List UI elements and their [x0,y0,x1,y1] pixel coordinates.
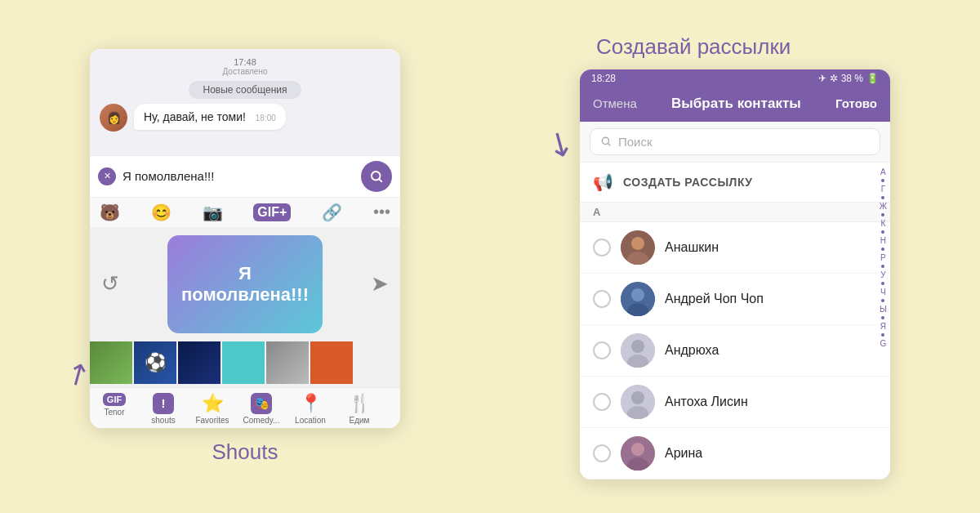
chat-area: 17:48 Доставлено Новые сообщения 👩 Ну, д… [90,49,400,155]
done-button[interactable]: Готово [835,96,877,110]
thumb-1[interactable] [90,341,132,384]
message-text: Ну, давай, не томи! [144,110,246,123]
svg-point-17 [631,443,644,456]
checkbox-4[interactable] [593,393,611,411]
tab-tenor[interactable]: GIF Tenor [90,393,139,425]
avatar: 👩 [100,104,127,132]
tab-shouts[interactable]: ! shouts [139,393,188,425]
search-input[interactable]: Поиск [590,128,880,155]
comedy-icon: 🎭 [251,393,272,414]
camera-icon[interactable]: 📷 [203,203,223,222]
sticker-text: Я помолвлена!!! [167,255,323,314]
status-icons: ✈ ✲ 38 % 🔋 [818,73,879,84]
food-icon: 🍴 [349,393,371,414]
message-bubble: Ну, давай, не томи! 18:00 [134,104,286,130]
message-input[interactable]: Я помолвлена!!! [122,169,354,183]
contacts-list: 📢 СОЗДАТЬ РАССЫЛКУ А Анашкин Андрей Чоп … [580,163,890,480]
thumb-2[interactable]: ⚽ [134,341,176,384]
phone-left: 17:48 Доставлено Новые сообщения 👩 Ну, д… [90,49,400,428]
contact-row[interactable]: Андрюха [580,325,890,377]
favorites-icon: ⭐ [202,393,224,414]
broadcast-label: СОЗДАТЬ РАССЫЛКУ [623,176,753,189]
status-time: 18:28 [591,73,616,84]
search-button[interactable] [361,161,392,192]
arrow-right: ↘ [540,119,582,166]
link-icon[interactable]: 🔗 [322,203,342,222]
gif-icon[interactable]: GIF+ [253,203,291,221]
send-icon[interactable]: ➤ [371,271,389,297]
delivered-label: Доставлено [100,67,390,76]
status-bar: 18:28 ✈ ✲ 38 % 🔋 [580,69,890,87]
thumb-3[interactable] [178,341,220,384]
phone-right: 18:28 ✈ ✲ 38 % 🔋 Отмена Выбрать контакты… [580,69,890,480]
edim-label: Едим [350,416,370,425]
svg-point-2 [602,137,608,144]
search-icon [600,136,612,147]
broadcast-row[interactable]: 📢 СОЗДАТЬ РАССЫЛКУ [580,163,890,203]
contact-row[interactable]: Арина [580,428,890,480]
location-label: Location [295,416,326,425]
bear-icon[interactable]: 🐻 [100,203,120,222]
svg-line-1 [379,179,381,181]
emoji-bar: 🐻 😊 📷 GIF+ 🔗 ••• [90,197,400,227]
checkbox-2[interactable] [593,290,611,308]
avatar-2 [621,282,655,316]
face-icon[interactable]: 😊 [151,203,172,222]
sticker-tabs: GIF Tenor ! shouts ⭐ Favorites 🎭 Comedy.… [90,387,400,428]
contact-name-4: Антоха Лисин [665,395,748,409]
contact-row[interactable]: Анашкин [580,222,890,274]
input-area: ✕ Я помолвлена!!! [90,155,400,197]
right-section: Создавай рассылки ↘ 18:28 ✈ ✲ 38 % 🔋 Отм… [580,34,890,480]
left-caption: Shouts [212,439,278,465]
tab-edim[interactable]: 🍴 Едим [335,393,384,425]
sticker-card: Я помолвлена!!! [167,235,323,333]
avatar-3 [621,333,655,368]
search-placeholder: Поиск [618,135,653,149]
svg-point-0 [372,172,381,181]
svg-point-11 [631,340,644,353]
comedy-label: Comedy... [243,416,280,425]
time-delivered: 17:48 Доставлено [100,57,390,76]
shouts-label: shouts [151,416,175,425]
alpha-index: А Г Ж К Н Р У Ч Ы Я G [880,163,887,350]
incoming-message: 👩 Ну, давай, не томи! 18:00 [100,104,390,132]
broadcast-icon: 📢 [593,172,613,192]
tab-location[interactable]: 📍 Location [286,393,335,425]
svg-point-5 [631,237,644,250]
time-top: 17:48 [100,57,390,67]
refresh-icon[interactable]: ↺ [101,271,119,297]
thumb-6[interactable] [310,341,353,384]
contact-name-5: Арина [665,446,702,461]
clear-button[interactable]: ✕ [98,167,116,185]
contact-name-1: Анашкин [665,240,719,255]
message-time: 18:00 [256,114,276,123]
favorites-label: Favorites [195,416,229,425]
svg-point-8 [631,288,644,301]
contact-row[interactable]: Антоха Лисин [580,377,890,428]
sticker-preview: ↺ Я помолвлена!!! ➤ [90,227,400,341]
thumb-4[interactable] [222,341,265,384]
avatar-1 [621,230,655,265]
shout-icon: ! [153,393,174,414]
cancel-button[interactable]: Отмена [593,96,637,110]
left-section: 17:48 Доставлено Новые сообщения 👩 Ну, д… [90,49,400,465]
search-bar: Поиск [580,122,890,163]
new-messages-pill: Новые сообщения [100,81,390,99]
checkbox-5[interactable] [593,444,611,462]
tab-comedy[interactable]: 🎭 Comedy... [237,393,286,425]
signal-icon: ✈ [818,73,826,84]
nav-title: Выбрать контакты [671,96,801,112]
thumb-5[interactable] [266,341,309,384]
avatar-5 [621,436,655,471]
contact-name-2: Андрей Чоп Чоп [665,292,764,306]
bluetooth-icon: ✲ [830,73,838,84]
contact-name-3: Андрюха [665,343,719,358]
contact-row[interactable]: Андрей Чоп Чоп [580,274,890,325]
svg-point-14 [631,391,644,404]
tab-favorites[interactable]: ⭐ Favorites [188,393,237,425]
checkbox-1[interactable] [593,239,611,256]
checkbox-3[interactable] [593,341,611,359]
more-icon[interactable]: ••• [373,203,390,221]
section-letter-a: А [580,203,890,222]
location-icon: 📍 [300,393,322,414]
